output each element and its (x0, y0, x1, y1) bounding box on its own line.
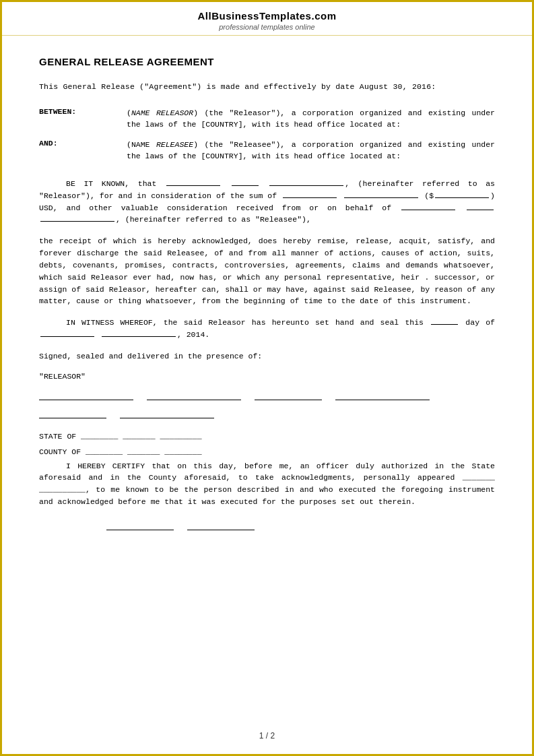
sig-line-6 (120, 408, 214, 418)
between-label: BETWEEN: (39, 103, 127, 135)
site-tagline: professional templates online (2, 23, 532, 31)
between-row: BETWEEN: (NAME RELEASOR) (the "Releasor"… (39, 103, 495, 135)
document-title: GENERAL RELEASE AGREEMENT (39, 56, 495, 67)
sig-line-2 (147, 390, 241, 400)
bottom-sig-line-1 (106, 520, 174, 530)
blank-6 (435, 197, 489, 198)
blank-3 (269, 185, 343, 186)
blank-day (431, 324, 458, 325)
releasor-name: NAME RELEASOR (131, 108, 193, 117)
signature-section (39, 390, 495, 418)
blank-8 (467, 210, 494, 210)
witness-para: IN WITNESS WHEREOF, the said Releasor ha… (39, 317, 495, 341)
bottom-sig-row (106, 520, 495, 530)
parties-table: BETWEEN: (NAME RELEASOR) (the "Releasor"… (39, 103, 495, 166)
bottom-sig-line-2 (187, 520, 255, 530)
county-of: COUNTY OF ________ _______ ________ (39, 447, 495, 456)
sig-row-2 (39, 408, 495, 418)
between-text: (NAME RELEASOR) (the "Releasor"), a corp… (127, 103, 495, 135)
state-of: STATE OF ________ _______ _________ (39, 432, 495, 441)
sig-line-4 (335, 390, 430, 400)
site-name: AllBusinessTemplates.com (2, 10, 532, 22)
blank-month (40, 336, 94, 337)
and-label: AND: (39, 135, 127, 166)
blank-4 (283, 197, 337, 198)
blank-1 (166, 185, 220, 186)
blank-9 (40, 221, 114, 222)
blank-year-line (102, 336, 176, 337)
be-it-known-para: BE IT KNOWN, that , (hereinafter referre… (39, 178, 495, 226)
sig-line-5 (39, 408, 106, 418)
certify-para: I HEREBY CERTIFY that on this day, befor… (39, 460, 495, 508)
document-container: AllBusinessTemplates.com professional te… (0, 0, 534, 756)
blank-7 (401, 210, 455, 210)
sig-line-1 (39, 390, 133, 400)
blank-2 (232, 185, 259, 186)
releasor-label: "RELEASOR" (39, 372, 495, 381)
blank-5 (344, 197, 418, 198)
and-row: AND: (NAME RELEASEE) (the "Releasee"), a… (39, 135, 495, 166)
and-text: (NAME RELEASEE) (the "Releasee"), a corp… (127, 135, 495, 166)
releasee-name: RELEASEE (156, 140, 193, 149)
sig-line-3 (255, 390, 322, 400)
page-number: 1 / 2 (259, 731, 275, 741)
signed-text: Signed, sealed and delivered in the pres… (39, 350, 495, 363)
document-content: GENERAL RELEASE AGREEMENT This General R… (2, 36, 532, 550)
page-footer: 1 / 2 (2, 722, 532, 747)
page-header: AllBusinessTemplates.com professional te… (2, 2, 532, 36)
sig-row-1 (39, 390, 495, 400)
receipt-para: the receipt of which is hereby acknowled… (39, 235, 495, 307)
intro-paragraph: This General Release ("Agreement") is ma… (39, 82, 495, 91)
